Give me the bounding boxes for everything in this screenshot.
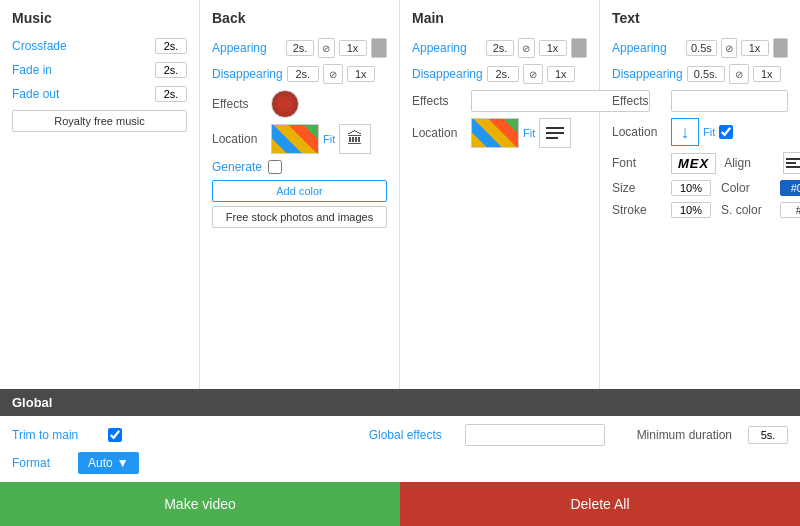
line2 (546, 132, 564, 134)
text-appearing-label: Appearing (612, 41, 682, 55)
text-location-row: Location ↓ Fit (612, 118, 788, 146)
text-align-box[interactable] (783, 152, 800, 174)
text-appearing-input[interactable] (686, 40, 717, 56)
text-size-input[interactable] (671, 180, 711, 196)
free-stock-button[interactable]: Free stock photos and images (212, 206, 387, 228)
text-font-display[interactable]: MEX (671, 153, 716, 174)
crossfade-input[interactable] (155, 38, 187, 54)
back-disappearing-multiplier: 1x (347, 66, 375, 82)
min-duration-label: Minimum duration (637, 428, 732, 442)
crossfade-label: Crossfade (12, 39, 155, 53)
text-scolor-label: S. color (721, 203, 776, 217)
format-value: Auto (88, 456, 113, 470)
align-line1 (786, 158, 800, 160)
fadein-input[interactable] (155, 62, 187, 78)
global-row-2: Format Auto ▼ (12, 452, 788, 474)
fadeout-input[interactable] (155, 86, 187, 102)
back-disappearing-input[interactable] (287, 66, 319, 82)
main-location-icon[interactable] (539, 118, 571, 148)
main-location-row: Location Fit (412, 118, 587, 148)
add-color-button[interactable]: Add color (212, 180, 387, 202)
global-effects-label: Global effects (369, 428, 449, 442)
trim-to-main-label: Trim to main (12, 428, 92, 442)
delete-all-button[interactable]: Delete All (400, 482, 800, 526)
back-generate-checkbox[interactable] (268, 160, 282, 174)
back-fit-btn[interactable]: Fit (323, 133, 335, 145)
panel-text: Text Appearing ⊘ 1x Disappearing ⊘ 1x Ef… (600, 0, 800, 389)
global-section-header: Global (0, 389, 800, 416)
line1 (546, 127, 564, 129)
text-effects-row: Effects (612, 90, 788, 112)
global-row-1: Trim to main Global effects Minimum dura… (12, 424, 788, 446)
text-location-arrow[interactable]: ↓ (671, 118, 699, 146)
bottom-buttons: Make video Delete All (0, 482, 800, 526)
fadeout-label: Fade out (12, 87, 155, 101)
text-stroke-row: Stroke S. color #ffffff (612, 202, 788, 218)
back-disappearing-label: Disappearing (212, 67, 283, 81)
global-content: Trim to main Global effects Minimum dura… (0, 416, 800, 482)
main-location-preview[interactable] (471, 118, 519, 148)
align-lines-icon (784, 156, 800, 170)
back-effects-thumb[interactable] (271, 90, 299, 118)
global-title: Global (12, 395, 52, 410)
text-disappearing-input[interactable] (687, 66, 725, 82)
royalty-free-button[interactable]: Royalty free music (12, 110, 187, 132)
main-container: Music Crossfade Fade in Fade out Royalty… (0, 0, 800, 526)
text-stroke-input[interactable] (671, 202, 711, 218)
line3 (546, 137, 558, 139)
text-disappearing-label: Disappearing (612, 67, 683, 81)
back-appearing-stop-btn[interactable]: ⊘ (318, 38, 335, 58)
main-effects-label: Effects (412, 94, 467, 108)
back-location-label: Location (212, 132, 267, 146)
text-fit-btn[interactable]: Fit (703, 126, 715, 138)
back-title: Back (212, 10, 387, 30)
text-appearing-multiplier: 1x (741, 40, 769, 56)
panel-music: Music Crossfade Fade in Fade out Royalty… (0, 0, 200, 389)
text-scolor-value[interactable]: #ffffff (780, 202, 800, 218)
text-align-label: Align (724, 156, 779, 170)
text-appearing-stop-btn[interactable]: ⊘ (721, 38, 737, 58)
main-parrot-img (472, 119, 518, 147)
text-font-label: Font (612, 156, 667, 170)
music-title: Music (12, 10, 187, 30)
min-duration-input[interactable] (748, 426, 788, 444)
align-line2 (786, 162, 796, 164)
main-disappearing-multiplier: 1x (547, 66, 575, 82)
text-disappearing-stop-btn[interactable]: ⊘ (729, 64, 749, 84)
make-video-button[interactable]: Make video (0, 482, 400, 526)
back-appearing-input[interactable] (286, 40, 314, 56)
text-color-value[interactable]: #081fe (780, 180, 800, 196)
main-appearing-color (571, 38, 588, 58)
format-button[interactable]: Auto ▼ (78, 452, 139, 474)
text-title: Text (612, 10, 788, 30)
back-location-icon[interactable]: 🏛 (339, 124, 371, 154)
back-appearing-row: Appearing ⊘ 1x (212, 38, 387, 58)
text-location-label: Location (612, 125, 667, 139)
main-appearing-stop-btn[interactable]: ⊘ (518, 38, 535, 58)
format-chevron-icon: ▼ (117, 456, 129, 470)
back-appearing-multiplier: 1x (339, 40, 367, 56)
text-effects-input[interactable] (671, 90, 788, 112)
format-label: Format (12, 456, 62, 470)
global-effects-input[interactable] (465, 424, 605, 446)
back-effects-row: Effects (212, 90, 387, 118)
fadein-label: Fade in (12, 63, 155, 77)
main-appearing-label: Appearing (412, 41, 482, 55)
text-disappearing-multiplier: 1x (753, 66, 781, 82)
text-location-checkbox[interactable] (719, 125, 733, 139)
top-panels: Music Crossfade Fade in Fade out Royalty… (0, 0, 800, 389)
back-disappearing-stop-btn[interactable]: ⊘ (323, 64, 343, 84)
back-location-preview[interactable] (271, 124, 319, 154)
main-disappearing-stop-btn[interactable]: ⊘ (523, 64, 543, 84)
text-size-label: Size (612, 181, 667, 195)
back-disappearing-row: Disappearing ⊘ 1x (212, 64, 387, 84)
main-location-label: Location (412, 126, 467, 140)
main-fit-btn[interactable]: Fit (523, 127, 535, 139)
lines-icon (544, 125, 566, 141)
text-appearing-row: Appearing ⊘ 1x (612, 38, 788, 58)
text-color-label: Color (721, 181, 776, 195)
text-disappearing-row: Disappearing ⊘ 1x (612, 64, 788, 84)
trim-to-main-checkbox[interactable] (108, 428, 122, 442)
main-disappearing-input[interactable] (487, 66, 519, 82)
main-appearing-input[interactable] (486, 40, 514, 56)
